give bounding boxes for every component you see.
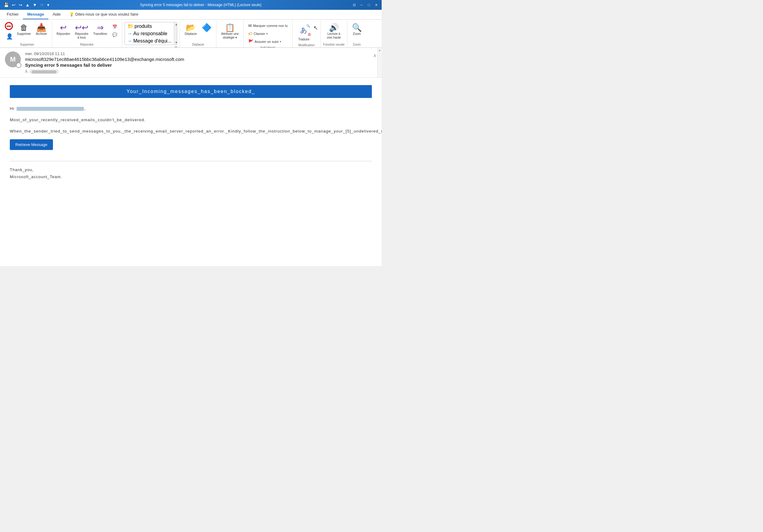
actions-rapides-container: 📁 produits → Au responsable → Message d'… [125,22,177,50]
save-icon[interactable]: 💾 [2,2,10,8]
trash-icon: 🗑 [20,24,28,32]
no-entry-icon [5,22,14,31]
minimize-button[interactable]: ─ [358,2,365,8]
indicateurs-stack: ✉ Marquer comme non lu 🏷 Classer ▾ 🚩 Ass… [246,22,290,45]
email-banner: Your_Incoming_messages_has_been_blocked_ [10,85,372,98]
email-signature: Thank_you, Microsoft_account_Team. [10,166,372,180]
ribbon-group-supprimer: 👤 🗑 Supprimer 📥 Archiver Supprimer [2,21,52,48]
reply-icon: ↩ [60,24,67,32]
reply-im-button[interactable]: 💬 [110,31,119,38]
scroll-up-arrow[interactable]: ▲ [174,22,177,27]
email-body: Your_Incoming_messages_has_been_blocked_… [0,78,382,266]
zoom-button[interactable]: 🔍 Zoom [350,22,364,37]
archive-icon: 📥 [37,24,46,32]
assurer-button[interactable]: 🚩 Assurer un suivi ▾ [246,38,290,45]
down-icon[interactable]: ▼ [32,2,38,8]
scroll-up-btn[interactable]: ▲ [378,48,382,53]
classer-caret: ▾ [266,32,268,35]
email-subject: Syncing error 5 messages fail to deliver [25,62,369,68]
ribbon-group-actions-rapides: 📁 produits → Au responsable → Message d'… [122,21,180,48]
dropdown-item-produits[interactable]: 📁 produits [125,22,174,30]
email-sender: microsoft329e71ec88ae4615bbc36ab6ce41109… [25,56,369,62]
close-button[interactable]: ✕ [373,2,379,8]
email-header-top: M mer. 09/10/2018 11:11 microsoft329e71e… [5,52,377,74]
reply-more-buttons: 📅 💬 [110,22,119,38]
sender-avatar: M [5,52,21,67]
dropdown-scrollbar: ▲ ▼ [174,22,177,45]
supprimer-icon-col: 👤 [5,22,14,41]
tab-aide[interactable]: Aide [49,10,65,19]
redo-icon[interactable]: ↪ [17,2,24,8]
main-area: M mer. 09/10/2018 11:11 microsoft329e71e… [0,48,382,266]
email-meta: mer. 09/10/2018 11:11 microsoft329e71ec8… [25,52,369,74]
ribbon-tabs: Fichier Message Aide 💡 Dites-nous ce que… [0,10,382,20]
im-icon: 💬 [112,33,117,37]
dropdown-item-equipe[interactable]: → Message d'équi... [125,37,174,45]
ribbon-group-repondre: ↩ Répondre ↩↩ Répondre à tous ⇒ Transfér… [52,21,122,48]
ribbon-group-zoom: 🔍 Zoom Zoom [347,21,366,48]
arrow-right-icon: → [127,31,132,37]
person-remove-icon: 👤 [5,32,14,41]
arrow-right-icon2: → [127,38,132,44]
window-controls: ⊡ ─ □ ✕ [351,2,379,8]
collapse-header-button[interactable]: ∧ [373,53,377,58]
traduire-button[interactable]: あ a 🔍 Traduire [295,22,313,43]
tab-search[interactable]: 💡 Dites-nous ce que vous voulez faire [65,10,143,19]
quick-access: 💾 ↩ ↪ ▲ ▼ ☞ ▾ [2,2,51,8]
email-header: M mer. 09/10/2018 11:11 microsoft329e71e… [0,48,382,78]
repondre-a-tous-button[interactable]: ↩↩ Répondre à tous [73,22,91,41]
ribbon-group-deplacer: 📂 Déplacer 🔷 Déplacer [180,21,216,48]
marquer-button[interactable]: ✉ Marquer comme non lu [246,22,290,29]
dropdown-item-responsable[interactable]: → Au responsable [125,30,174,37]
dropdown-icon[interactable]: ▾ [46,2,51,8]
ribbon-group-modification: あ a 🔍 Traduire ↖ Modification [292,21,321,48]
move-icon: 📂 [186,24,196,32]
cursor-icon2[interactable]: ↖ [313,25,318,31]
traduire-icon: あ a 🔍 [297,24,311,37]
email-date: mer. 09/10/2018 11:11 [25,52,369,56]
email-para2: When_the_sender_tried_to_send_messages_t… [10,128,372,135]
read-aloud-icon: 🔊 [329,24,339,32]
flag-icon: 🚩 [248,39,254,44]
window-resize-icon[interactable]: ⊡ [351,2,357,8]
cursor-area: ↖ [313,22,318,31]
actions-dropdown[interactable]: 📁 produits → Au responsable → Message d'… [125,22,177,45]
up-icon[interactable]: ▲ [24,2,31,8]
cursor-icon[interactable]: ☞ [39,2,45,8]
repondre-button[interactable]: ↩ Répondre [54,22,72,37]
email-body-text: Hi , Most_of_your_recently_received_emai… [10,105,372,135]
onenote-button[interactable]: 🔷 [199,22,214,34]
email-greeting: Hi , [10,105,372,112]
strategy-icon: 📋 [225,24,235,32]
title-bar: 💾 ↩ ↪ ▲ ▼ ☞ ▾ Syncing error 5 messages f… [0,0,382,10]
email-to-label: À [25,69,28,74]
ribbon-group-indicateurs: ✉ Marquer comme non lu 🏷 Classer ▾ 🚩 Ass… [244,21,292,48]
forward-icon: ⇒ [97,24,104,32]
scroll-down-arrow[interactable]: ▼ [174,41,177,45]
deplacer-button[interactable]: 📂 Déplacer [182,22,199,37]
onenote-icon: 🔷 [202,24,211,32]
transferer-button[interactable]: ⇒ Transférer [91,22,110,37]
tab-message[interactable]: Message [23,10,49,19]
recipient-blurred [32,70,56,73]
lightbulb-icon: 💡 [69,12,74,17]
dropdown-inner: 📁 produits → Au responsable → Message d'… [125,22,174,45]
retrieve-message-button[interactable]: Retrieve Message [10,139,53,150]
greeting-email-blurred [17,107,84,111]
ribbon: 👤 🗑 Supprimer 📥 Archiver Supprimer ↩ Rép… [0,20,382,48]
reply-all-icon: ↩↩ [75,24,88,32]
attribuer-button[interactable]: 📋 Attribuer une stratégie ▾ [219,22,241,41]
lecture-button[interactable]: 🔊 Lecture à voix haute [325,22,343,41]
tab-fichier[interactable]: Fichier [2,10,23,19]
maximize-button[interactable]: □ [366,2,372,8]
reply-meeting-button[interactable]: 📅 [110,23,119,30]
tag-icon: 🏷 [248,31,253,36]
ribbon-group-fonction-vocale: 🔊 Lecture à voix haute Fonction vocale [321,21,347,48]
archiver-button[interactable]: 📥 Archiver [34,22,49,37]
classer-button[interactable]: 🏷 Classer ▾ [246,30,290,37]
signature-line2: Microsoft_account_Team. [10,173,372,180]
undo-icon[interactable]: ↩ [11,2,17,8]
envelope-icon: ✉ [248,23,252,28]
supprimer-button[interactable]: 🗑 Supprimer [15,22,33,37]
email-para1: Most_of_your_recently_received_emails_co… [10,117,372,124]
